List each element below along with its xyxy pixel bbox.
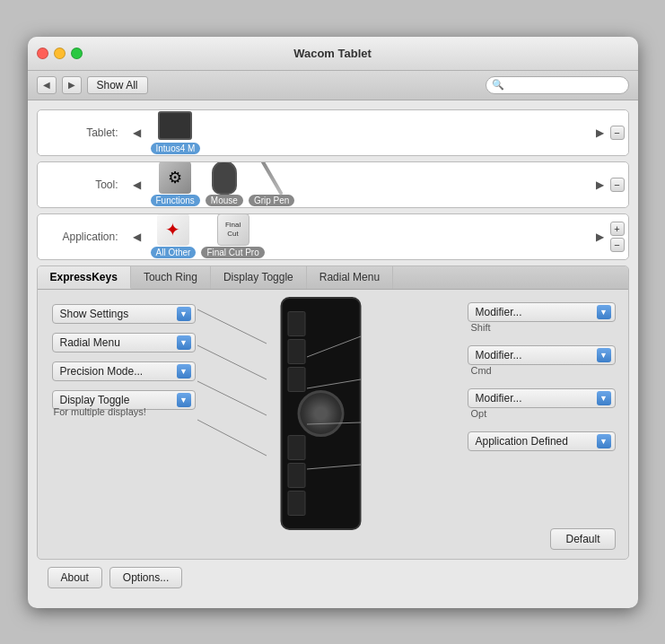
tool-scroll-left[interactable]: ◀: [127, 175, 147, 195]
tab-section: ExpressKeys Touch Ring Display Toggle Ra…: [37, 265, 629, 560]
allother-label: All Other: [151, 247, 197, 258]
modifier-3-arrow: ▼: [597, 391, 611, 405]
tablet-scroll-left[interactable]: ◀: [127, 123, 147, 143]
tablet-row: Tablet: ◀ Intuos4 M ▶ −: [37, 109, 629, 156]
tab-radialmenu[interactable]: Radial Menu: [307, 266, 393, 289]
tool-row: Tool: ◀ ⚙ Functions Mouse: [37, 161, 629, 208]
dropdown-radial-menu[interactable]: Radial Menu ▼: [52, 333, 196, 352]
application-row: Application: ◀ ✦ All Other FinalCut Fina…: [37, 213, 629, 260]
pen-label: Grip Pen: [249, 195, 294, 206]
modifier-2-sublabel: Cmd: [468, 365, 616, 376]
svg-line-0: [197, 309, 267, 344]
precision-mode-arrow: ▼: [177, 364, 191, 379]
right-dropdown-modifier-3[interactable]: Modifier... ▼: [468, 388, 616, 408]
tablet-item-label: Intuos4 M: [151, 143, 201, 154]
right-dropdown-modifier-1[interactable]: Modifier... ▼: [468, 302, 616, 322]
left-controls: Show Settings ▼ Radial Menu ▼ Precision …: [52, 304, 196, 417]
app-side-buttons: + −: [610, 222, 628, 252]
default-button-wrapper: Default: [550, 528, 615, 550]
app-scroll-right[interactable]: ▶: [591, 227, 610, 247]
search-input[interactable]: [486, 76, 629, 94]
app-items: ✦ All Other FinalCut Final Cut Pro: [147, 214, 591, 258]
mouse-label: Mouse: [206, 195, 243, 206]
right-controls: Modifier... ▼ Shift Modifier... ▼ Cmd: [468, 302, 616, 458]
tablet-remove-button[interactable]: −: [610, 126, 625, 140]
maximize-button[interactable]: [71, 48, 83, 59]
traffic-lights: [37, 48, 83, 59]
functions-label: Functions: [151, 195, 200, 206]
tablet-wheel: [297, 390, 344, 437]
tool-items: ⚙ Functions Mouse Grip Pen: [147, 162, 591, 206]
tool-item-pen[interactable]: Grip Pen: [249, 162, 294, 206]
tablet-device-icon: [158, 110, 192, 141]
forward-button[interactable]: ▶: [62, 76, 82, 94]
app-item-allother[interactable]: ✦ All Other: [151, 214, 197, 258]
right-group-1: Modifier... ▼ Shift: [468, 302, 616, 336]
tablet-scroll-right[interactable]: ▶: [591, 123, 610, 143]
app-item-fcp[interactable]: FinalCut Final Cut Pro: [201, 214, 264, 258]
pen-icon: [255, 162, 289, 193]
right-group-3: Modifier... ▼ Opt: [468, 388, 616, 422]
app-defined-arrow: ▼: [597, 434, 611, 448]
show-settings-arrow: ▼: [177, 307, 191, 321]
mouse-icon: [207, 162, 241, 193]
back-button[interactable]: ◀: [37, 76, 57, 94]
tablet-side-buttons: −: [610, 126, 628, 140]
tool-scroll-right[interactable]: ▶: [591, 175, 610, 195]
dropdown-show-settings[interactable]: Show Settings ▼: [52, 304, 196, 324]
functions-icon: ⚙: [158, 162, 192, 193]
window-title: Wacom Tablet: [293, 47, 372, 60]
display-toggle-group: Display Toggle ▼ For multiple displays!: [52, 390, 196, 417]
svg-line-3: [197, 420, 267, 456]
tab-content: Show Settings ▼ Radial Menu ▼ Precision …: [38, 290, 628, 559]
close-button[interactable]: [37, 48, 48, 59]
tab-displaytoggle[interactable]: Display Toggle: [211, 266, 307, 289]
tablet-key-5: [287, 463, 305, 488]
right-group-2: Modifier... ▼ Cmd: [468, 345, 616, 379]
right-dropdown-app-defined[interactable]: Application Defined ▼: [468, 431, 616, 451]
app-scroll-left[interactable]: ◀: [127, 227, 147, 247]
tool-remove-button[interactable]: −: [610, 178, 625, 192]
default-button[interactable]: Default: [550, 528, 615, 550]
tool-side-buttons: −: [610, 178, 628, 192]
tablet-items: Intuos4 M: [147, 110, 591, 154]
svg-line-1: [197, 345, 267, 379]
about-button[interactable]: About: [48, 567, 102, 588]
radial-menu-arrow: ▼: [177, 335, 191, 350]
tablet-label: Tablet:: [38, 126, 127, 139]
dropdown-precision-mode[interactable]: Precision Mode... ▼: [52, 361, 196, 381]
display-toggle-arrow: ▼: [177, 393, 191, 407]
tablet-key-3: [287, 367, 305, 392]
tool-item-mouse[interactable]: Mouse: [206, 162, 243, 206]
footer: About Options...: [37, 560, 629, 599]
tablet-item-intuos[interactable]: Intuos4 M: [151, 110, 201, 154]
tool-label: Tool:: [38, 178, 127, 191]
minimize-button[interactable]: [54, 48, 66, 59]
right-dropdown-modifier-2[interactable]: Modifier... ▼: [468, 345, 616, 365]
app-remove-button[interactable]: −: [610, 238, 625, 252]
fcp-icon: FinalCut: [216, 214, 250, 245]
content-area: Tablet: ◀ Intuos4 M ▶ − Tool: ◀: [28, 100, 638, 608]
svg-line-2: [197, 381, 267, 415]
right-group-4: Application Defined ▼: [468, 431, 616, 451]
tab-touchring[interactable]: Touch Ring: [131, 266, 211, 289]
tablet-visual: [280, 297, 361, 530]
display-toggle-sublabel: For multiple displays!: [52, 406, 196, 417]
modifier-1-sublabel: Shift: [468, 322, 616, 333]
modifier-2-arrow: ▼: [597, 348, 611, 362]
tab-expresskeys[interactable]: ExpressKeys: [38, 266, 131, 289]
tab-content-inner: Show Settings ▼ Radial Menu ▼ Precision …: [38, 290, 628, 559]
application-label: Application:: [38, 231, 127, 243]
show-all-button[interactable]: Show All: [87, 76, 148, 94]
tabs: ExpressKeys Touch Ring Display Toggle Ra…: [38, 266, 628, 290]
tablet-bottom-buttons: [287, 435, 305, 516]
tool-item-functions[interactable]: ⚙ Functions: [151, 162, 200, 206]
modifier-1-arrow: ▼: [597, 305, 611, 319]
tablet-key-2: [287, 339, 305, 364]
main-window: Wacom Tablet ◀ ▶ Show All 🔍 Tablet: ◀ In…: [28, 37, 638, 608]
tablet-key-1: [287, 311, 305, 336]
modifier-3-sublabel: Opt: [468, 408, 616, 419]
options-button[interactable]: Options...: [109, 567, 182, 588]
app-add-button[interactable]: +: [610, 222, 625, 236]
tablet-key-4: [287, 435, 305, 460]
